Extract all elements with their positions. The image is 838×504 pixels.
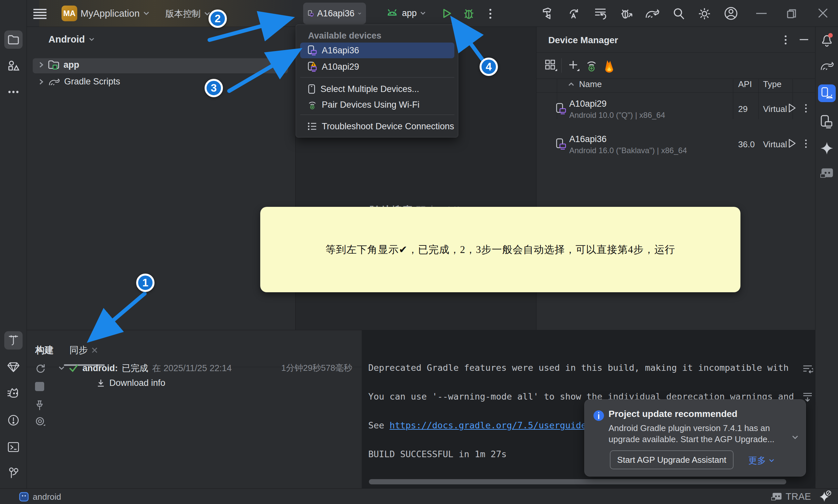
running-devices-tool-button[interactable] — [820, 114, 833, 129]
build-tool-button[interactable] — [4, 331, 22, 349]
trae-tool-button[interactable] — [819, 167, 834, 180]
device-selector-button[interactable]: A16api36 — [303, 3, 366, 24]
profile-avatar-icon[interactable] — [724, 6, 738, 21]
project-view-selector[interactable]: Android — [49, 34, 95, 45]
add-device-icon[interactable] — [567, 59, 581, 72]
problems-tool-button[interactable] — [4, 411, 22, 429]
vcs-menu[interactable]: 版本控制 — [165, 8, 211, 20]
project-badge: MA — [61, 5, 77, 21]
device-manager-tool-button[interactable] — [818, 85, 836, 102]
more-tool-windows-button[interactable] — [4, 83, 22, 101]
stop-build-icon[interactable] — [35, 382, 44, 391]
device-row[interactable]: A16api36 Android 16.0 ("Baklava") | x86_… — [536, 128, 816, 163]
firebase-flame-icon[interactable] — [602, 58, 615, 73]
device-dropdown: Available devices A16api36 A10api29 — [296, 24, 458, 138]
window-close-button[interactable] — [817, 7, 829, 19]
start-agp-upgrade-button[interactable]: Start AGP Upgrade Assistant — [610, 450, 734, 469]
column-header-api[interactable]: API — [738, 79, 752, 89]
run-config-label: app — [402, 8, 417, 18]
logcat-tool-button[interactable] — [4, 384, 22, 402]
more-actions-icon[interactable] — [488, 7, 492, 20]
android-head-icon — [386, 6, 399, 20]
hamburger-menu-icon[interactable] — [33, 8, 47, 19]
gradle-docs-link[interactable]: https://docs.gradle.org/7.5/userguide — [390, 420, 586, 430]
project-name: MyApplication — [81, 8, 140, 19]
launch-device-icon[interactable] — [787, 138, 797, 148]
gemini-sparkle-icon[interactable] — [820, 141, 834, 155]
device-more-icon[interactable] — [804, 104, 807, 114]
chevron-right-icon — [39, 61, 44, 68]
chevron-down-icon — [769, 458, 774, 463]
notification-more-link[interactable]: 更多 — [748, 454, 774, 466]
device-description: Android 16.0 ("Baklava") | x86_64 — [569, 146, 687, 155]
status-right-label[interactable]: TRAE — [786, 491, 811, 502]
dropdown-troubleshoot[interactable]: Troubleshoot Device Connections — [300, 119, 454, 134]
console-line-prefix: See — [368, 420, 390, 430]
project-item-label: app — [64, 60, 79, 70]
virtual-device-icon — [308, 8, 314, 19]
run-button[interactable] — [441, 7, 453, 20]
tab-sync[interactable]: 同步 — [69, 344, 88, 356]
device-manager-options-icon[interactable] — [784, 35, 787, 46]
run-configuration[interactable]: app — [386, 6, 426, 20]
attach-debugger-icon[interactable] — [619, 6, 634, 21]
pair-wifi-icon[interactable] — [584, 58, 599, 73]
annotation-tooltip-text: 等到左下角显示✔，已完成，2，3步一般会自动选择，可以直接第4步，运行 — [325, 243, 675, 256]
vcs-label: 版本控制 — [165, 8, 201, 20]
resource-manager-tool-button[interactable] — [4, 57, 22, 75]
notification-body-line: Android Gradle plugin version 7.4.1 has … — [608, 423, 770, 433]
tab-close-icon[interactable] — [91, 346, 98, 354]
device-type: Virtual — [763, 104, 787, 114]
dropdown-device-a16api36[interactable]: A16api36 — [300, 42, 454, 58]
git-tool-button[interactable] — [4, 464, 22, 482]
status-bar: android TRAE — [0, 488, 838, 504]
pin-tab-icon[interactable] — [35, 400, 44, 411]
dropdown-pair-wifi[interactable]: Pair Devices Using Wi-Fi — [300, 97, 454, 112]
device-row[interactable]: A10api29 Android 10.0 ("Q") | x86_64 29 … — [536, 92, 816, 128]
build-child-row[interactable]: Download info — [96, 378, 165, 388]
console-line: See https://docs.gradle.org/7.5/userguid… — [368, 420, 586, 430]
gradle-sync-icon[interactable] — [644, 6, 660, 21]
column-header-type[interactable]: Type — [763, 79, 781, 89]
expand-chevron-icon[interactable] — [791, 435, 799, 440]
soft-wrap-icon[interactable] — [802, 363, 813, 374]
project-item-gradle-scripts[interactable]: Gradle Scripts — [39, 76, 120, 87]
search-icon[interactable] — [672, 6, 686, 21]
tab-build[interactable]: 构建 — [35, 344, 54, 356]
restore-layout-icon[interactable] — [593, 6, 608, 21]
sync-translate-icon[interactable] — [567, 6, 581, 21]
virtual-device-icon — [307, 45, 317, 56]
step-badge-1: 1 — [136, 274, 155, 292]
window-minimize-button[interactable] — [755, 13, 767, 14]
project-switcher[interactable]: MA MyApplication — [61, 5, 149, 21]
diamond-tool-button[interactable] — [4, 358, 22, 376]
gradle-elephant-icon — [48, 77, 60, 87]
status-left-label[interactable]: android — [33, 492, 61, 502]
ai-sparkle-disabled-icon[interactable] — [818, 490, 832, 503]
notification-title: Project update recommended — [608, 409, 737, 419]
build-project-icon[interactable] — [541, 6, 555, 21]
settings-gear-icon[interactable] — [697, 6, 712, 21]
device-option-label: A16api36 — [322, 46, 359, 56]
android-status-icon[interactable] — [19, 492, 29, 502]
column-header-name[interactable]: Name — [579, 79, 602, 89]
terminal-tool-button[interactable] — [4, 438, 22, 456]
window-restore-button[interactable] — [786, 7, 798, 20]
gradle-tool-button[interactable] — [819, 59, 834, 72]
device-more-icon[interactable] — [804, 139, 807, 149]
project-tool-button[interactable] — [4, 31, 22, 49]
device-manager-hide-icon[interactable] — [799, 39, 809, 40]
dropdown-device-a10api29[interactable]: A10api29 — [300, 59, 454, 75]
sort-ascending-icon[interactable] — [568, 82, 574, 86]
console-horizontal-scrollbar[interactable] — [369, 479, 786, 484]
dropdown-select-multiple[interactable]: Select Multiple Devices... — [300, 81, 454, 97]
filter-icon[interactable] — [34, 416, 47, 428]
device-type: Virtual — [763, 140, 787, 149]
notifications-bell-icon[interactable] — [820, 33, 834, 47]
debug-button[interactable] — [462, 6, 475, 20]
build-tool-window: 构建 同步 android: 已完成 在 2025/11/25 22:14 — [27, 330, 362, 488]
project-item-app[interactable]: app — [39, 59, 79, 70]
launch-device-icon[interactable] — [787, 103, 797, 113]
build-child-label: Download info — [109, 378, 165, 388]
device-view-mode-icon[interactable] — [545, 59, 557, 72]
